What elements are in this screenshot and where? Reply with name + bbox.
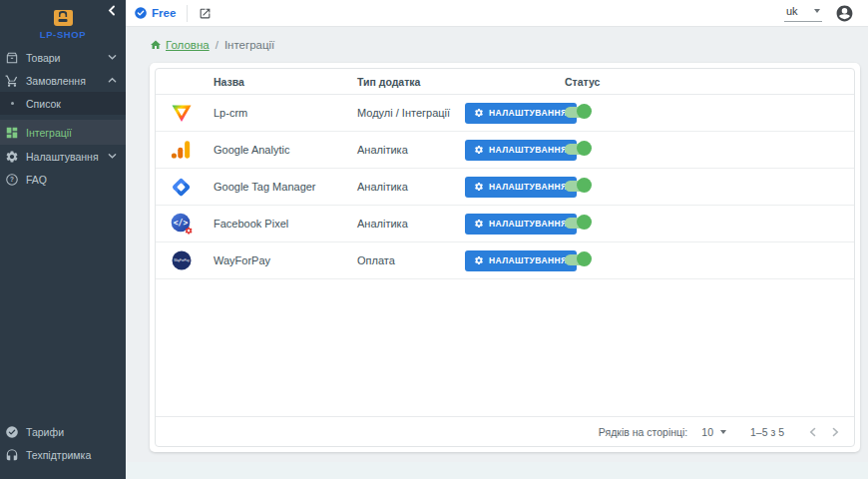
settings-button[interactable]: НАЛАШТУВАННЯ xyxy=(465,214,577,235)
chevron-right-icon xyxy=(830,427,840,437)
main-area: Free uk Головна xyxy=(126,0,868,479)
settings-button-label: НАЛАШТУВАННЯ xyxy=(489,108,568,118)
sidebar-item-support[interactable]: Техпідтримка xyxy=(0,443,126,466)
language-select[interactable]: uk xyxy=(784,4,822,22)
previous-page-button[interactable] xyxy=(802,421,824,443)
status-toggle[interactable] xyxy=(565,181,590,192)
shopping-bag-icon xyxy=(54,10,73,26)
rows-per-page-label: Рядків на сторінці: xyxy=(599,426,687,438)
headset-icon xyxy=(4,447,20,463)
sidebar-item-orders[interactable]: Замовлення xyxy=(0,69,126,92)
sidebar-item-label: Техпідтримка xyxy=(26,449,91,461)
column-header-status: Статус xyxy=(565,76,854,88)
open-site-button[interactable] xyxy=(199,7,212,20)
table-row: WayForPay WayForPay Оплата НАЛАШТУВАННЯ xyxy=(156,242,854,279)
chevron-left-icon xyxy=(107,5,118,16)
box-icon xyxy=(4,50,20,66)
sidebar-item-faq[interactable]: ? FAQ xyxy=(0,168,126,191)
status-toggle[interactable] xyxy=(565,144,590,155)
gear-icon xyxy=(474,255,484,265)
topbar-right: uk xyxy=(784,4,854,23)
sidebar-item-list[interactable]: Список xyxy=(0,92,126,115)
rows-per-page-select[interactable]: 10 xyxy=(701,426,726,438)
sidebar-item-integrations[interactable]: Інтеграції xyxy=(0,120,126,145)
verified-icon xyxy=(4,424,20,440)
settings-button[interactable]: НАЛАШТУВАННЯ xyxy=(465,177,577,198)
integrations-card: Назва Тип додатка Статус Lp-crm Модулі /… xyxy=(150,63,860,452)
svg-text:?: ? xyxy=(10,176,14,183)
home-icon xyxy=(150,39,162,51)
settings-button-label: НАЛАШТУВАННЯ xyxy=(489,145,568,155)
app-window: LP-SHOP Товари Замовлення xyxy=(0,0,868,479)
table-header-row: Назва Тип додатка Статус xyxy=(156,69,854,95)
integration-name: Lp-crm xyxy=(214,107,357,119)
facebook-pixel-logo: </> xyxy=(156,212,214,236)
status-toggle[interactable] xyxy=(565,254,590,265)
launch-icon xyxy=(199,7,212,20)
integrations-table: Назва Тип додатка Статус Lp-crm Модулі /… xyxy=(155,68,855,447)
sidebar-item-label: Товари xyxy=(26,52,60,64)
table-row: Lp-crm Модулі / Інтеграції НАЛАШТУВАННЯ xyxy=(156,95,854,132)
apps-icon xyxy=(4,125,20,141)
sidebar-item-settings[interactable]: Налаштування xyxy=(0,145,126,168)
integration-type: Оплата xyxy=(357,254,465,266)
plan-badge[interactable]: Free xyxy=(134,6,176,20)
integration-name: Facebook Pixel xyxy=(214,218,357,230)
plan-badge-label: Free xyxy=(152,7,176,19)
svg-text:WayForPay: WayForPay xyxy=(174,258,190,262)
table-row: </> Facebook Pixel Аналітика НАЛАШТУВАНН… xyxy=(156,206,854,242)
sidebar-collapse-button[interactable] xyxy=(105,3,119,17)
sidebar-item-label: Замовлення xyxy=(26,75,86,87)
integration-name: Google Analytic xyxy=(214,144,357,156)
gear-icon xyxy=(474,219,484,229)
chevron-left-icon xyxy=(808,427,818,437)
caret-down-icon xyxy=(814,9,820,13)
integration-type: Модулі / Інтеграції xyxy=(357,107,465,119)
status-toggle[interactable] xyxy=(565,107,590,118)
sidebar-bottom-nav: Тарифи Техпідтримка xyxy=(0,420,126,479)
integration-type: Аналітика xyxy=(357,218,465,230)
settings-button-label: НАЛАШТУВАННЯ xyxy=(489,255,568,265)
status-toggle[interactable] xyxy=(565,218,590,229)
bullet-icon xyxy=(4,96,20,112)
account-button[interactable] xyxy=(835,4,854,23)
column-header-type: Тип додатка xyxy=(357,76,465,88)
chevron-down-icon xyxy=(108,152,117,161)
sidebar-item-label: Тарифи xyxy=(26,426,64,438)
sidebar-item-products[interactable]: Товари xyxy=(0,46,126,69)
pagination-bar: Рядків на сторінці: 10 1–5 з 5 xyxy=(156,416,854,446)
settings-button[interactable]: НАЛАШТУВАННЯ xyxy=(465,103,577,124)
gear-icon xyxy=(474,108,484,118)
gear-icon xyxy=(4,149,20,165)
wayforpay-logo: WayForPay xyxy=(156,248,214,272)
logo-text: LP-SHOP xyxy=(40,29,86,40)
language-value: uk xyxy=(786,5,798,17)
settings-button[interactable]: НАЛАШТУВАННЯ xyxy=(465,250,577,271)
integration-type: Аналітика xyxy=(357,144,465,156)
breadcrumb-home-label: Головна xyxy=(166,39,210,51)
pagination-range: 1–5 з 5 xyxy=(750,426,784,438)
sidebar-item-tariffs[interactable]: Тарифи xyxy=(0,420,126,443)
sidebar-nav: Товари Замовлення Список xyxy=(0,46,126,191)
breadcrumb: Головна / Інтеграції xyxy=(150,36,860,54)
google-analytics-logo xyxy=(156,139,214,161)
caret-down-icon xyxy=(720,430,726,434)
verified-badge-icon xyxy=(134,6,148,20)
sidebar-item-label: Налаштування xyxy=(26,151,99,163)
breadcrumb-home-link[interactable]: Головна xyxy=(150,39,210,51)
settings-button[interactable]: НАЛАШТУВАННЯ xyxy=(465,140,577,161)
logo[interactable]: LP-SHOP xyxy=(0,0,126,46)
help-icon: ? xyxy=(4,172,20,188)
svg-text:</>: </> xyxy=(174,219,189,228)
chevron-up-icon xyxy=(108,76,117,85)
google-tag-manager-logo xyxy=(156,176,214,199)
table-empty-space xyxy=(156,279,854,416)
topbar: Free uk xyxy=(126,0,868,27)
settings-button-label: НАЛАШТУВАННЯ xyxy=(489,219,568,229)
table-row: Google Analytic Аналітика НАЛАШТУВАННЯ xyxy=(156,132,854,169)
sidebar-item-label: Інтеграції xyxy=(26,127,72,139)
topbar-divider xyxy=(187,5,188,22)
integration-name: Google Tag Manager xyxy=(214,181,357,193)
breadcrumb-current: Інтеграції xyxy=(224,39,274,51)
next-page-button[interactable] xyxy=(824,421,846,443)
